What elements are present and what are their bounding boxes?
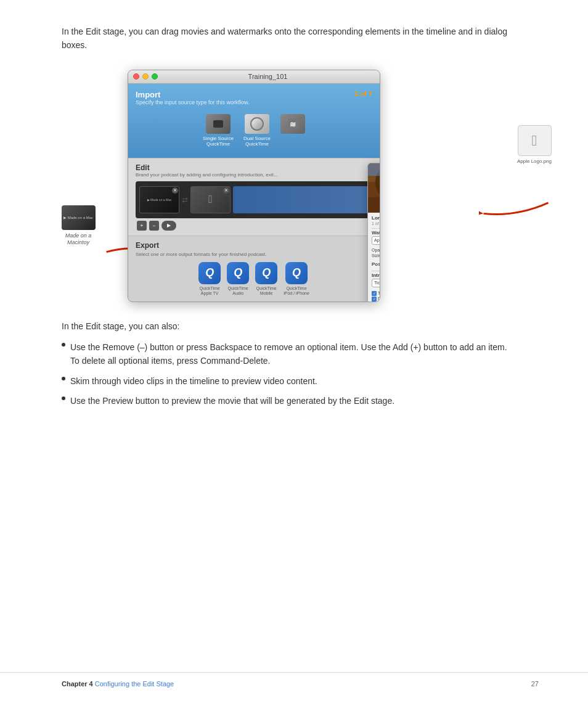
checkbox-grid: ✓ Title ✓ Description ✓ Date ✓ <box>372 291 380 302</box>
watermark-value: Apple Logo <box>374 238 380 242</box>
svg-rect-10 <box>368 197 380 213</box>
popup-colosseum-image:  <box>368 163 380 213</box>
qt-audio-icon: Q <box>227 262 249 284</box>
apple-logo-label: Apple Logo.png <box>510 158 559 164</box>
export-icons: Q QuickTimeApple TV Q QuickTimeAudio Q Q… <box>136 262 372 297</box>
minimize-button[interactable] <box>142 73 149 80</box>
transition-icon: ⇄ <box>182 195 188 204</box>
bullet-text-3: Use the Preview button to preview the mo… <box>70 394 394 408</box>
popup-title: Lorem Ipsum Dolor <box>368 213 380 221</box>
bullet-item-1: Use the Remove (–) button or press Backs… <box>62 340 518 368</box>
qt-mobile-icon: Q <box>255 262 277 284</box>
popup-count: 1 of 1 clips <box>368 221 380 228</box>
checkbox-title: ✓ Title <box>372 291 380 296</box>
screenshot-outer: ▶ Made on a Mac Made on aMacintoy  Appl… <box>115 70 485 302</box>
mac-titlebar: Training_101 <box>128 70 380 84</box>
export-mobile: Q QuickTimeMobile <box>255 262 277 297</box>
mac-window: Training_101 Import Specify the input so… <box>128 70 380 302</box>
timeline-clip-2:  ✕ <box>190 186 231 213</box>
mac-badge-label: Made on aMacintoy <box>54 232 103 247</box>
qt-ipod-icon: Q <box>285 262 308 284</box>
title-checkbox[interactable]: ✓ <box>372 291 377 296</box>
overlay-section: Introduction overlay Ticker ▾ <box>368 271 380 290</box>
export-appletv-label: QuickTimeApple TV <box>198 286 221 297</box>
svg-rect-11 <box>368 163 380 176</box>
position-row: Position: Top Right ▾ <box>368 258 380 271</box>
apple-logo-image:  <box>518 125 552 156</box>
checkbox-section: ✓ Title ✓ Description ✓ Date ✓ <box>368 290 380 302</box>
clip-1-label: ▶ Made on a Mac <box>146 197 173 203</box>
svg-text:≋: ≋ <box>290 120 296 129</box>
dual-source-item: Dual SourceQuickTime <box>243 114 271 147</box>
opacity-row: Opacity: <box>368 247 380 253</box>
timeline-controls: + − ▶ <box>136 221 372 231</box>
selected-clip <box>233 186 369 213</box>
import-page-indicator: 2 of 7 <box>354 90 372 97</box>
feed-item: ≋ <box>280 114 305 147</box>
footer-chapter: Chapter 4 Configuring the Edit Stage <box>62 680 174 688</box>
apple-clip-icon:  <box>208 193 213 206</box>
timeline-area: ▶ Made on a Mac ✕ ⇄  ✕ <box>136 181 372 218</box>
edit-title: Edit <box>136 163 372 172</box>
single-source-item: Single SourceQuickTime <box>203 114 234 147</box>
edit-header: Edit Brand your podcast by adding and co… <box>136 163 372 178</box>
watermark-select[interactable]: Apple Logo ▾ <box>372 236 380 245</box>
overlay-value: Ticker <box>374 281 380 285</box>
bullet-text-1: Use the Remove (–) button or press Backs… <box>70 340 518 368</box>
dvd-disc <box>250 117 264 131</box>
single-source-label: Single SourceQuickTime <box>203 136 234 147</box>
close-button[interactable] <box>133 73 139 80</box>
bullet-dot-1 <box>62 343 65 347</box>
bullet-list: Use the Remove (–) button or press Backs… <box>62 340 518 408</box>
date-label: Date <box>378 297 380 301</box>
clip-2-remove[interactable]: ✕ <box>223 187 229 194</box>
timeline-clip-1: ▶ Made on a Mac ✕ <box>139 186 179 213</box>
remove-button[interactable]: − <box>149 221 159 231</box>
export-ipod-label: QuickTimeiPod / iPhone <box>284 286 309 297</box>
maximize-button[interactable] <box>152 73 158 80</box>
export-subtitle: Select one or more output formats for yo… <box>136 252 372 257</box>
mac-badge-image: ▶ Made on a Mac <box>62 205 96 230</box>
import-section: Import Specify the input source type for… <box>128 84 380 158</box>
date-checkbox[interactable]: ✓ <box>372 297 377 302</box>
bullet-item-3: Use the Preview button to preview the mo… <box>62 394 518 408</box>
export-mobile-label: QuickTimeMobile <box>255 286 277 297</box>
watermark-label: Watermark <box>372 230 380 236</box>
export-ipod: Q QuickTimeiPod / iPhone <box>284 262 309 297</box>
apple-logo-badge:  Apple Logo.png <box>510 125 559 164</box>
import-icons: Single SourceQuickTime Dual SourceQuickT… <box>136 109 372 152</box>
bullet-dot-2 <box>62 377 65 380</box>
opacity-label: Opacity: <box>372 248 380 252</box>
edit-subtitle: Brand your podcast by adding and configu… <box>136 172 372 178</box>
position-label: Position: <box>372 261 380 267</box>
footer-page-num: 27 <box>531 680 539 688</box>
camera-icon <box>206 114 231 134</box>
camera-lens <box>213 120 223 128</box>
import-subtitle: Specify the input source type for this w… <box>136 99 250 105</box>
add-button[interactable]: + <box>137 221 147 231</box>
body-text: In the Edit stage, you can also: <box>62 319 518 333</box>
footer-chapter-title: Configuring the Edit Stage <box>95 680 174 688</box>
qt-appletv-icon: Q <box>198 262 221 284</box>
title-label: Title <box>378 291 380 295</box>
checkbox-date: ✓ Date <box>372 297 380 302</box>
feed-icon: ≋ <box>280 114 305 134</box>
bullet-dot-3 <box>62 396 65 400</box>
overlay-select[interactable]: Ticker ▾ <box>372 279 380 287</box>
overlay-label: Introduction overlay <box>372 273 380 278</box>
edit-popup:  Lorem Ipsum Dolor 1 of 1 clips Waterma… <box>367 163 380 302</box>
dvd-icon <box>245 114 269 134</box>
export-audio-label: QuickTimeAudio <box>227 286 249 297</box>
mac-badge: ▶ Made on a Mac Made on aMacintoy <box>54 205 103 247</box>
footer-chapter-num: Chapter 4 <box>62 680 93 688</box>
bullet-item-2: Skim through video clips in the timeline… <box>62 374 518 388</box>
edit-section: Edit Brand your podcast by adding and co… <box>128 158 380 236</box>
import-header: Import Specify the input source type for… <box>136 90 372 105</box>
sizing-label: Sizing: <box>372 253 380 258</box>
dual-source-label: Dual SourceQuickTime <box>243 136 271 147</box>
page-footer: Chapter 4 Configuring the Edit Stage 27 <box>0 672 588 688</box>
window-title: Training_101 <box>161 73 375 80</box>
clip-1-remove[interactable]: ✕ <box>172 187 178 194</box>
play-button[interactable]: ▶ <box>161 221 176 231</box>
apple-arrow-icon <box>479 199 553 221</box>
